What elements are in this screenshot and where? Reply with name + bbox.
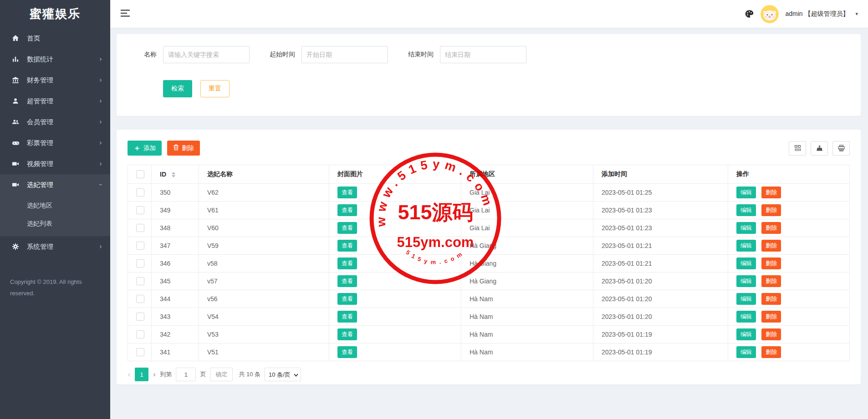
goto-suffix-label: 页 [200, 370, 206, 379]
start-date-input[interactable] [301, 46, 388, 63]
menu-toggle-icon[interactable] [120, 9, 132, 20]
row-checkbox[interactable] [136, 188, 144, 197]
cell-time: 2023-05-01 01:25 [593, 184, 728, 202]
sidebar-item-video[interactable]: 视频管理 › [0, 153, 110, 174]
table-row: 349 V61 查看 Gia Lai 2023-05-01 01:23 编辑 删… [128, 202, 850, 219]
cell-name: v57 [199, 273, 329, 290]
page-size-select[interactable]: 10 条/页 [265, 368, 301, 381]
theme-palette-icon[interactable] [745, 9, 754, 19]
export-button[interactable] [811, 141, 828, 156]
sidebar-item-system[interactable]: 系统管理 › [0, 236, 110, 257]
sidebar-item-lottery[interactable]: 彩票管理 › [0, 132, 110, 153]
name-input[interactable] [163, 46, 250, 63]
brand-title: 蜜獾娱乐 [0, 0, 110, 28]
row-checkbox[interactable] [136, 242, 144, 250]
column-header-name: 选妃名称 [199, 165, 329, 184]
table-row: 345 v57 查看 Hà Giang 2023-05-01 01:20 编辑 … [128, 273, 850, 290]
cell-time: 2023-05-01 01:21 [593, 237, 728, 255]
chevron-right-icon: › [99, 76, 102, 84]
add-button-label: 添加 [143, 144, 156, 152]
edit-button[interactable]: 编辑 [736, 311, 756, 323]
edit-button[interactable]: 编辑 [736, 240, 756, 252]
sidebar-subitem-list[interactable]: 选妃列表 [0, 214, 110, 232]
row-checkbox[interactable] [136, 224, 144, 232]
delete-button[interactable]: 删除 [761, 257, 781, 269]
goto-prefix-label: 到第 [160, 370, 172, 379]
sidebar-item-statistics[interactable]: 数据统计 › [0, 49, 110, 70]
delete-button[interactable]: 删除 [761, 293, 781, 305]
video-camera-icon [11, 180, 20, 189]
view-button[interactable]: 查看 [337, 328, 357, 340]
cell-region: Gia Lai [461, 219, 593, 237]
edit-button[interactable]: 编辑 [736, 275, 756, 287]
view-button[interactable]: 查看 [337, 293, 357, 305]
delete-button[interactable]: 删除 [761, 204, 781, 216]
sidebar-item-home[interactable]: 首页 [0, 28, 110, 49]
edit-button[interactable]: 编辑 [736, 328, 756, 340]
print-button[interactable] [832, 141, 850, 156]
sidebar-subitem-region[interactable]: 选妃地区 [0, 196, 110, 214]
row-checkbox[interactable] [136, 313, 144, 321]
view-button[interactable]: 查看 [337, 187, 357, 198]
view-button[interactable]: 查看 [337, 204, 357, 216]
prev-page-icon[interactable]: ‹ [128, 370, 131, 379]
copyright-text: Copyright © 2019. All rights reserved. [0, 276, 110, 299]
cell-time: 2023-05-01 01:21 [593, 255, 728, 273]
sidebar-item-label: 选妃管理 [27, 181, 99, 189]
plus-icon: ＋ [133, 145, 141, 152]
end-date-input[interactable] [440, 46, 526, 63]
table-row: 341 V51 查看 Hà Nam 2023-05-01 01:19 编辑 删除 [128, 343, 850, 361]
edit-button[interactable]: 编辑 [736, 257, 756, 269]
add-button[interactable]: ＋ 添加 [128, 141, 162, 156]
edit-button[interactable]: 编辑 [736, 204, 756, 216]
avatar[interactable] [761, 5, 779, 23]
sidebar-item-superadmin[interactable]: 超管管理 › [0, 91, 110, 111]
view-button[interactable]: 查看 [337, 311, 357, 323]
view-button[interactable]: 查看 [337, 240, 357, 252]
edit-button[interactable]: 编辑 [736, 187, 756, 198]
delete-button[interactable]: 删除 [761, 328, 781, 340]
delete-button[interactable]: 删除 [761, 275, 781, 287]
row-checkbox[interactable] [136, 348, 144, 356]
view-button[interactable]: 查看 [337, 275, 357, 287]
trash-icon [173, 144, 179, 152]
table-toolbar: ＋ 添加 删除 [128, 141, 850, 156]
column-header-actions: 操作 [728, 165, 850, 184]
delete-button[interactable]: 删除 [761, 187, 781, 198]
row-checkbox[interactable] [136, 206, 144, 214]
columns-toggle-button[interactable] [789, 141, 806, 156]
next-page-icon[interactable]: › [153, 370, 156, 379]
edit-button[interactable]: 编辑 [736, 222, 756, 234]
current-page-button[interactable]: 1 [135, 368, 148, 381]
row-checkbox[interactable] [136, 259, 144, 268]
goto-confirm-button[interactable]: 确定 [210, 368, 233, 381]
bulk-delete-button[interactable]: 删除 [167, 141, 200, 156]
row-checkbox[interactable] [136, 277, 144, 285]
sort-icon[interactable] [172, 172, 175, 177]
search-button[interactable]: 检索 [163, 80, 192, 97]
row-checkbox[interactable] [136, 330, 144, 338]
sidebar-item-xuanfei[interactable]: 选妃管理 › [0, 174, 110, 195]
view-button[interactable]: 查看 [337, 346, 357, 358]
edit-button[interactable]: 编辑 [736, 293, 756, 305]
select-all-checkbox[interactable] [136, 170, 144, 178]
cell-time: 2023-05-01 01:23 [593, 202, 728, 219]
table-row: 348 V60 查看 Gia Lai 2023-05-01 01:23 编辑 删… [128, 219, 850, 237]
view-button[interactable]: 查看 [337, 257, 357, 269]
goto-page-input[interactable] [176, 368, 196, 381]
delete-button[interactable]: 删除 [761, 240, 781, 252]
edit-button[interactable]: 编辑 [736, 346, 756, 358]
delete-button[interactable]: 删除 [761, 346, 781, 358]
cell-id: 350 [152, 184, 199, 202]
sidebar: 蜜獾娱乐 首页 数据统计 › 财务管理 › 超管管理 [0, 0, 110, 419]
end-time-field-group: 结束时间 [407, 46, 526, 63]
sidebar-item-members[interactable]: 会员管理 › [0, 111, 110, 132]
chevron-down-icon[interactable]: ▾ [855, 11, 858, 17]
delete-button[interactable]: 删除 [761, 222, 781, 234]
reset-button[interactable]: 重置 [200, 80, 230, 97]
row-checkbox[interactable] [136, 295, 144, 303]
view-button[interactable]: 查看 [337, 222, 357, 234]
delete-button[interactable]: 删除 [761, 311, 781, 323]
sidebar-item-finance[interactable]: 财务管理 › [0, 70, 110, 91]
user-menu[interactable]: admin 【超级管理员】 [785, 10, 849, 18]
